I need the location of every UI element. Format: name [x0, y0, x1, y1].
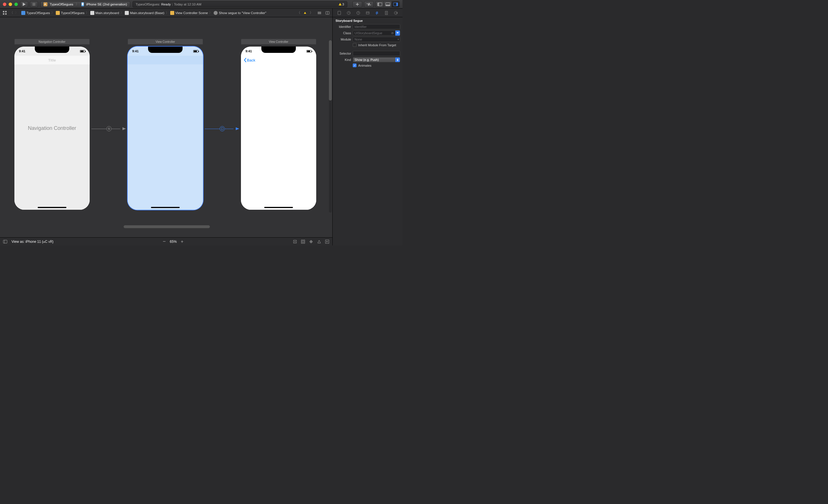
app-icon — [43, 2, 47, 6]
back-button[interactable]: Back — [244, 58, 255, 62]
svg-marker-0 — [23, 3, 26, 6]
view-as-label[interactable]: View as: iPhone 11 (wC hR) — [11, 240, 53, 244]
breadcrumb[interactable]: Show segue to "View Controller" — [212, 11, 267, 15]
editor-area: 〈 〉 TypesOfSegues 〉 TypesOfSegues 〉 Main… — [0, 9, 332, 245]
warning-count[interactable]: 3 — [339, 3, 344, 6]
scene-label[interactable]: View Controller — [128, 39, 203, 45]
zoom-in-button[interactable]: + — [181, 239, 183, 244]
svg-text:?: ? — [357, 11, 359, 14]
svg-rect-28 — [366, 12, 369, 14]
resolve-tool-icon[interactable] — [317, 239, 322, 244]
class-dropdown-button[interactable] — [395, 31, 400, 36]
breadcrumb[interactable]: TypesOfSegues — [20, 11, 51, 15]
inspector-heading: Storyboard Segue — [333, 17, 403, 24]
run-button[interactable] — [20, 1, 28, 7]
scene-view-controller-detail[interactable]: View Controller 9:41 Back — [241, 39, 316, 210]
canvas-bottom-bar: View as: iPhone 11 (wC hR) − 65% + — [0, 237, 332, 245]
svg-rect-1 — [33, 3, 35, 6]
help-inspector-tab[interactable]: ? — [355, 10, 361, 16]
svg-rect-14 — [5, 13, 7, 15]
scrollbar-horizontal[interactable] — [124, 225, 210, 228]
svg-rect-11 — [3, 11, 4, 12]
activity-view: TypesOfSegues: Ready | Today at 12:10 AM… — [132, 1, 347, 7]
svg-rect-24 — [338, 11, 341, 15]
svg-rect-13 — [3, 13, 4, 15]
embed-tool-icon[interactable] — [301, 239, 305, 244]
warning-icon — [339, 3, 341, 5]
warning-icon[interactable] — [304, 12, 306, 14]
status-time: 9:41 — [19, 49, 25, 53]
segue-root-relationship[interactable] — [91, 129, 126, 129]
activity-sep: | — [172, 3, 173, 6]
zoom-out-button[interactable]: − — [163, 238, 166, 244]
align-tool-icon[interactable] — [293, 239, 297, 244]
home-indicator-icon — [38, 207, 67, 208]
breadcrumb[interactable]: Main.storyboard (Base) — [124, 11, 166, 15]
history-inspector-tab[interactable] — [346, 10, 351, 16]
close-window-icon[interactable] — [3, 3, 6, 6]
activity-time: Today at 12:10 AM — [174, 3, 201, 6]
back-button[interactable]: 〈 — [10, 10, 13, 15]
inherit-module-label: Inherit Module From Target — [358, 43, 396, 47]
scene-label[interactable]: View Controller — [241, 39, 316, 45]
embed-in-icon[interactable] — [325, 239, 329, 244]
file-inspector-tab[interactable] — [336, 10, 342, 16]
add-editor-icon[interactable] — [324, 10, 331, 16]
inspector-tabs: ? — [333, 9, 403, 17]
issues-prev-icon[interactable]: 〈 — [296, 10, 302, 16]
storyboard-base-icon — [125, 11, 129, 15]
identity-inspector-tab[interactable] — [365, 10, 371, 16]
scheme-app-name: TypesOfSegues — [50, 3, 73, 6]
segue-icon — [214, 11, 218, 15]
toggle-navigator-button[interactable] — [375, 1, 383, 7]
breadcrumb[interactable]: View Controller Scene — [169, 11, 209, 15]
scene-label[interactable]: Navigation Controller — [14, 39, 90, 45]
document-outline-toggle-icon[interactable] — [3, 239, 7, 244]
pin-tool-icon[interactable] — [309, 239, 314, 244]
code-review-button[interactable] — [364, 1, 374, 7]
zoom-controls: − 65% + — [163, 238, 183, 244]
scrollbar-vertical[interactable] — [329, 40, 332, 213]
issues-next-icon[interactable]: 〉 — [308, 10, 315, 16]
toggle-inspector-button[interactable] — [391, 1, 400, 7]
library-button[interactable] — [353, 1, 362, 7]
phone-mock: 9:41 Back — [241, 47, 316, 210]
device-icon — [81, 2, 84, 6]
plus-icon — [355, 2, 359, 6]
size-inspector-tab[interactable] — [383, 10, 389, 16]
notch-icon — [35, 47, 69, 53]
segue-show[interactable] — [205, 129, 239, 129]
toggle-debug-button[interactable] — [383, 1, 391, 7]
stop-button[interactable] — [30, 1, 38, 7]
class-field[interactable]: UIStoryboardSegue⟳ — [353, 31, 400, 36]
jump-bar: 〈 〉 TypesOfSegues 〉 TypesOfSegues 〉 Main… — [0, 9, 332, 17]
storyboard-canvas[interactable]: Navigation Controller 9:41 Title Navigat… — [0, 17, 332, 237]
connections-inspector-tab[interactable] — [393, 10, 399, 16]
module-field[interactable]: None▾ — [353, 37, 400, 42]
animates-checkbox[interactable] — [353, 63, 357, 67]
cycle-icon[interactable]: ⟳ — [391, 32, 394, 35]
svg-rect-21 — [302, 241, 304, 242]
attributes-inspector-tab[interactable] — [374, 10, 380, 16]
breadcrumb[interactable]: Main.storyboard — [89, 11, 120, 15]
scheme-selector[interactable]: TypesOfSegues 〉 iPhone SE (2nd generatio… — [40, 1, 130, 7]
inherit-module-checkbox[interactable] — [353, 43, 357, 47]
module-label: Module — [335, 38, 351, 41]
scene-view-controller-root[interactable]: View Controller 9:41 — [128, 39, 203, 210]
related-items-icon[interactable] — [2, 10, 8, 16]
scene-navigation-controller[interactable]: Navigation Controller 9:41 Title Navigat… — [14, 39, 90, 210]
forward-button[interactable]: 〉 — [15, 10, 18, 15]
selector-label: Selector — [335, 52, 351, 55]
identifier-field[interactable]: Identifier — [353, 24, 400, 29]
selector-field[interactable] — [353, 51, 400, 56]
zoom-level[interactable]: 65% — [170, 240, 177, 244]
zoom-window-icon[interactable] — [14, 3, 18, 6]
status-time: 9:41 — [246, 49, 252, 53]
kind-dropdown[interactable]: Show (e.g. Push) — [353, 57, 400, 62]
adjust-editor-icon[interactable] — [316, 10, 323, 16]
minimize-window-icon[interactable] — [9, 3, 12, 6]
breadcrumb[interactable]: TypesOfSegues — [55, 11, 86, 15]
panel-toggles — [375, 1, 400, 7]
battery-icon — [193, 50, 198, 53]
svg-marker-32 — [397, 32, 399, 34]
